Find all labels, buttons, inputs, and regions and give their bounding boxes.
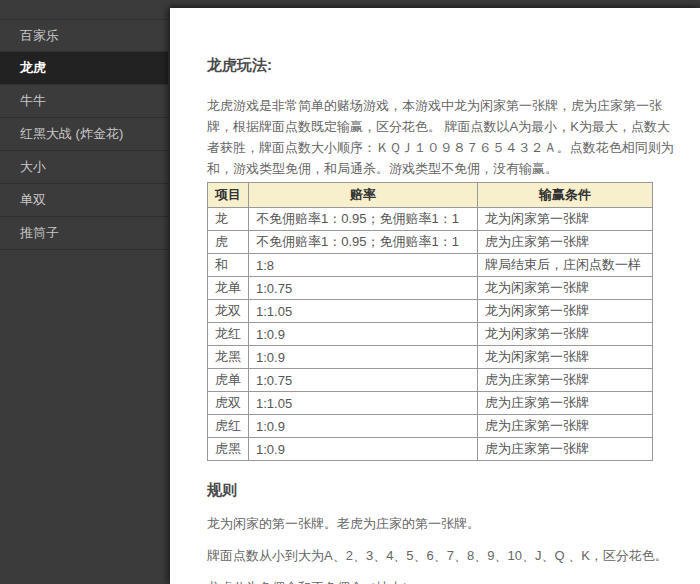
cell-odds: 不免佣赔率1：0.95；免佣赔率1：1 <box>249 208 478 231</box>
cell-item: 虎双 <box>208 392 249 415</box>
cell-odds: 1:0.9 <box>249 415 478 438</box>
sidebar-item-daxiao[interactable]: 大小 <box>0 151 168 184</box>
table-row: 虎黑 1:0.9 虎为庄家第一张牌 <box>208 438 653 461</box>
column-header-item: 项目 <box>208 183 249 208</box>
cell-odds: 不免佣赔率1：0.95；免佣赔率1：1 <box>249 231 478 254</box>
table-row: 龙红 1:0.9 龙为闲家第一张牌 <box>208 323 653 346</box>
cell-condition: 龙为闲家第一张牌 <box>478 277 653 300</box>
cell-condition: 虎为庄家第一张牌 <box>478 415 653 438</box>
table-row: 虎双 1:1.05 虎为庄家第一张牌 <box>208 392 653 415</box>
table-row: 龙黑 1:0.9 龙为闲家第一张牌 <box>208 346 653 369</box>
table-row: 龙 不免佣赔率1：0.95；免佣赔率1：1 龙为闲家第一张牌 <box>208 208 653 231</box>
cell-condition: 虎为庄家第一张牌 <box>478 438 653 461</box>
sidebar-item-longhu[interactable]: 龙虎 <box>0 52 168 85</box>
cell-odds: 1:0.9 <box>249 346 478 369</box>
cell-condition: 牌局结束后，庄闲点数一样 <box>478 254 653 277</box>
cell-odds: 1:0.75 <box>249 277 478 300</box>
sidebar-item-tuitongzi[interactable]: 推筒子 <box>0 217 168 250</box>
cell-item: 龙 <box>208 208 249 231</box>
cell-condition: 龙为闲家第一张牌 <box>478 346 653 369</box>
cell-condition: 虎为庄家第一张牌 <box>478 392 653 415</box>
cell-item: 和 <box>208 254 249 277</box>
cell-condition: 龙为闲家第一张牌 <box>478 208 653 231</box>
table-row: 龙双 1:1.05 龙为闲家第一张牌 <box>208 300 653 323</box>
table-row: 虎红 1:0.9 虎为庄家第一张牌 <box>208 415 653 438</box>
cell-item: 虎黑 <box>208 438 249 461</box>
table-header-row: 项目 赔率 输赢条件 <box>208 183 653 208</box>
cell-item: 龙单 <box>208 277 249 300</box>
content-panel: 龙虎玩法: 龙虎游戏是非常简单的赌场游戏，本游戏中龙为闲家第一张牌，虎为庄家第一… <box>170 8 700 584</box>
rule-paragraph: 牌面点数从小到大为A、2、3、4、5、6、7、8、9、10、J、Q 、K，区分花… <box>207 545 675 566</box>
intro-paragraph: 龙虎游戏是非常简单的赌场游戏，本游戏中龙为闲家第一张牌，虎为庄家第一张牌，根据牌… <box>207 95 675 179</box>
cell-item: 龙双 <box>208 300 249 323</box>
cell-odds: 1:1.05 <box>249 392 478 415</box>
sidebar-item-honghei-dazhan[interactable]: 红黑大战 (炸金花) <box>0 118 168 151</box>
column-header-odds: 赔率 <box>249 183 478 208</box>
cell-item: 虎红 <box>208 415 249 438</box>
cell-condition: 虎为庄家第一张牌 <box>478 369 653 392</box>
cell-item: 龙黑 <box>208 346 249 369</box>
sidebar-item-danshuang[interactable]: 单双 <box>0 184 168 217</box>
cell-item: 虎单 <box>208 369 249 392</box>
sidebar-item-niuniu[interactable]: 牛牛 <box>0 85 168 118</box>
cell-odds: 1:0.9 <box>249 438 478 461</box>
cell-item: 龙红 <box>208 323 249 346</box>
cell-odds: 1:1.05 <box>249 300 478 323</box>
cell-condition: 龙为闲家第一张牌 <box>478 323 653 346</box>
cell-condition: 虎为庄家第一张牌 <box>478 231 653 254</box>
cell-odds: 1:0.9 <box>249 323 478 346</box>
table-row: 虎 不免佣赔率1：0.95；免佣赔率1：1 虎为庄家第一张牌 <box>208 231 653 254</box>
rules-heading: 规则 <box>207 480 675 500</box>
sidebar: 百家乐 龙虎 牛牛 红黑大战 (炸金花) 大小 单双 推筒子 <box>0 0 168 584</box>
page-title: 龙虎玩法: <box>207 55 675 75</box>
table-row: 和 1:8 牌局结束后，庄闲点数一样 <box>208 254 653 277</box>
sidebar-item-baijiale[interactable]: 百家乐 <box>0 19 168 52</box>
cell-odds: 1:8 <box>249 254 478 277</box>
column-header-condition: 输赢条件 <box>478 183 653 208</box>
table-row: 龙单 1:0.75 龙为闲家第一张牌 <box>208 277 653 300</box>
cell-odds: 1:0.75 <box>249 369 478 392</box>
cell-condition: 龙为闲家第一张牌 <box>478 300 653 323</box>
rule-paragraph: 龙虎分为免佣金和不免佣金（抽水） <box>207 577 675 584</box>
odds-table: 项目 赔率 输赢条件 龙 不免佣赔率1：0.95；免佣赔率1：1 龙为闲家第一张… <box>207 182 653 461</box>
table-row: 虎单 1:0.75 虎为庄家第一张牌 <box>208 369 653 392</box>
rule-paragraph: 龙为闲家的第一张牌。老虎为庄家的第一张牌。 <box>207 513 675 534</box>
cell-item: 虎 <box>208 231 249 254</box>
